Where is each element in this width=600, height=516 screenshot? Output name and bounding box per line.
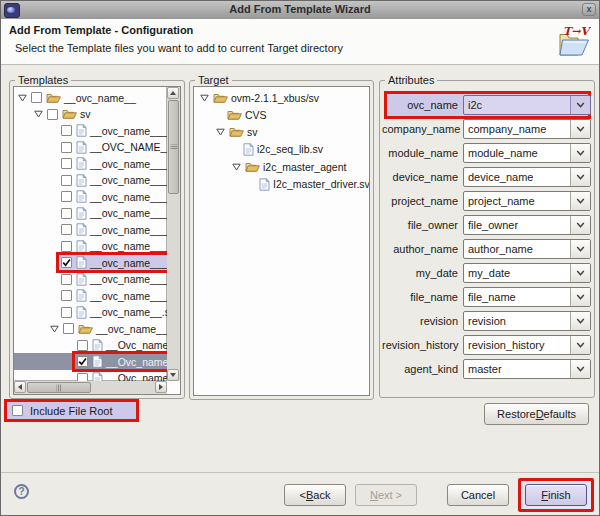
tree-item-file[interactable]: __ovc_name___inte <box>14 238 167 255</box>
tree-item-file[interactable]: __ovc_name___sequ <box>14 221 167 238</box>
title-bar[interactable]: Add From Template Wizard x <box>1 1 599 20</box>
back-button[interactable]: < Back <box>284 484 346 506</box>
checkbox[interactable] <box>61 241 72 252</box>
attr-combo-company_name[interactable]: company_name <box>463 119 591 139</box>
checkbox[interactable] <box>61 175 72 186</box>
scroll-up-icon[interactable] <box>167 87 179 99</box>
file-icon <box>76 174 87 187</box>
restore-defaults-button[interactable]: Restore Defaults <box>484 403 589 425</box>
tree-item-file[interactable]: __ovc_name___sequ <box>14 287 167 304</box>
checkbox[interactable] <box>61 224 72 235</box>
wizard-header: Add From Template - Configuration Select… <box>1 19 599 65</box>
folder-icon <box>213 92 228 104</box>
attr-combo-file_name[interactable]: file_name <box>463 287 591 307</box>
chevron-down-icon[interactable] <box>570 288 590 306</box>
tree-item-file[interactable]: __ovc_name___bus_ <box>14 188 167 205</box>
chevron-down-icon[interactable] <box>570 96 590 114</box>
checkbox[interactable] <box>63 323 74 334</box>
attr-combo-file_owner[interactable]: file_owner <box>463 215 591 235</box>
chevron-down-icon[interactable] <box>570 144 590 162</box>
combo-value: revision <box>464 315 570 327</box>
attr-combo-project_name[interactable]: project_name <box>463 191 591 211</box>
expander-icon[interactable] <box>50 325 63 333</box>
chevron-down-icon[interactable] <box>570 192 590 210</box>
vertical-scrollbar-thumb[interactable] <box>168 100 179 194</box>
include-file-root-checkbox[interactable] <box>12 405 23 416</box>
chevron-down-icon[interactable] <box>570 120 590 138</box>
attr-combo-my_date[interactable]: my_date <box>463 263 591 283</box>
checkbox[interactable] <box>77 356 88 367</box>
checkbox[interactable] <box>61 191 72 202</box>
tree-item-folder[interactable]: __ovc_name__ <box>14 89 167 106</box>
tree-item-file[interactable]: __OVC_NAME___env <box>14 139 167 156</box>
checkbox[interactable] <box>31 92 42 103</box>
checkbox[interactable] <box>61 307 72 318</box>
checkbox[interactable] <box>61 274 72 285</box>
tree-item-file[interactable]: __Ovc_name____ <box>14 353 167 370</box>
horizontal-scrollbar-thumb[interactable] <box>27 382 91 393</box>
attr-combo-agent_kind[interactable]: master <box>463 359 591 379</box>
tree-item-folder[interactable]: sv <box>194 124 369 141</box>
file-icon <box>92 339 103 352</box>
checkbox[interactable] <box>77 373 88 382</box>
attr-combo-revision[interactable]: revision <box>463 311 591 331</box>
tree-item-file[interactable]: __ovc_name___tran <box>14 205 167 222</box>
tree-item-folder[interactable]: ovm-2.1.1_xbus/sv <box>194 89 369 106</box>
checkbox[interactable] <box>61 125 72 136</box>
scroll-down-icon[interactable] <box>167 369 179 381</box>
expander-icon[interactable] <box>18 94 31 102</box>
tree-item-folder[interactable]: __ovc_name____ag <box>14 320 167 337</box>
checkbox[interactable] <box>61 158 72 169</box>
finish-button[interactable]: Finish <box>525 484 587 506</box>
chevron-down-icon[interactable] <box>570 336 590 354</box>
checkbox[interactable] <box>61 257 72 268</box>
attr-combo-module_name[interactable]: module_name <box>463 143 591 163</box>
scroll-left-icon[interactable] <box>14 381 26 393</box>
tree-item-file[interactable]: __Ovc_name____ <box>14 370 167 382</box>
chevron-down-icon[interactable] <box>570 312 590 330</box>
tree-item-file[interactable]: __ovc_name__.svh <box>14 304 167 321</box>
attr-combo-author_name[interactable]: author_name <box>463 239 591 259</box>
checkbox[interactable] <box>47 109 58 120</box>
checkbox[interactable] <box>61 290 72 301</box>
chevron-down-icon[interactable] <box>570 264 590 282</box>
tree-item-folder[interactable]: sv <box>14 106 167 123</box>
folder-icon <box>229 126 244 138</box>
tree-item-file[interactable]: I2c_master_driver.sv <box>194 176 369 193</box>
tree-item-file[interactable]: __ovc_name___seq <box>14 254 167 271</box>
tree-item-file[interactable]: __ovc_name___type <box>14 155 167 172</box>
attribute-row: ovc_namei2c <box>382 93 590 117</box>
chevron-down-icon[interactable] <box>570 360 590 378</box>
horizontal-scrollbar[interactable] <box>14 380 167 394</box>
expander-icon[interactable] <box>200 94 213 102</box>
expander-icon[interactable] <box>232 163 245 171</box>
vertical-scrollbar[interactable] <box>166 87 180 381</box>
tree-item-file[interactable]: i2c_seq_lib.sv <box>194 141 369 158</box>
checkbox[interactable] <box>61 142 72 153</box>
cancel-button[interactable]: Cancel <box>447 484 509 506</box>
chevron-down-icon[interactable] <box>570 216 590 234</box>
attr-combo-revision_history[interactable]: revision_history <box>463 335 591 355</box>
tree-item-file[interactable]: __ovc_name___bus_ <box>14 122 167 139</box>
expander-icon[interactable] <box>216 128 229 136</box>
close-icon[interactable]: x <box>582 3 596 16</box>
scroll-right-icon[interactable] <box>155 381 167 393</box>
attr-combo-device_name[interactable]: device_name <box>463 167 591 187</box>
tree-item-folder[interactable]: i2c_master_agent <box>194 158 369 175</box>
attribute-row: company_namecompany_name <box>382 117 590 141</box>
checkbox[interactable] <box>61 208 72 219</box>
chevron-down-icon[interactable] <box>570 168 590 186</box>
attribute-row: project_nameproject_name <box>382 189 590 213</box>
tree-item-folder[interactable]: CVS <box>194 106 369 123</box>
tree-item-file[interactable]: __ovc_name___inter <box>14 271 167 288</box>
expander-icon[interactable] <box>34 110 47 118</box>
help-icon[interactable]: ? <box>14 484 29 499</box>
checkbox[interactable] <box>77 340 88 351</box>
attr-combo-ovc_name[interactable]: i2c <box>463 95 591 115</box>
chevron-down-icon[interactable] <box>570 240 590 258</box>
next-button[interactable]: Next > <box>355 484 417 506</box>
templates-panel-label: Templates <box>15 73 71 87</box>
tree-item-file[interactable]: __ovc_name___env. <box>14 172 167 189</box>
tree-item-file[interactable]: __Ovc_name____ <box>14 337 167 354</box>
file-icon <box>76 207 87 220</box>
